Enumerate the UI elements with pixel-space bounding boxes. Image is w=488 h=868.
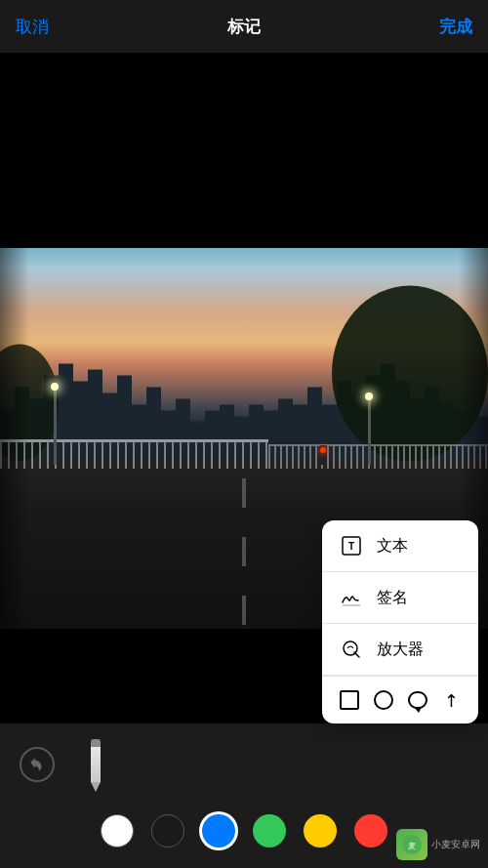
street-light-left — [54, 387, 57, 465]
cancel-button[interactable]: 取消 — [16, 16, 49, 38]
watermark-logo: 麦 — [396, 829, 427, 860]
signature-icon — [338, 584, 365, 611]
popup-magnifier-item[interactable]: 放大器 — [322, 624, 478, 676]
color-green[interactable] — [253, 814, 286, 847]
color-red[interactable] — [354, 814, 387, 847]
fence-right — [268, 444, 488, 469]
black-top-area — [0, 53, 488, 248]
magnifier-icon — [338, 636, 365, 663]
popup-text-item[interactable]: T 文本 — [322, 520, 478, 572]
circle-shape-button[interactable] — [370, 686, 397, 714]
bubble-shape-icon — [408, 691, 427, 709]
tool-row — [0, 723, 488, 802]
magnifier-label: 放大器 — [377, 640, 424, 660]
street-light-right — [368, 396, 371, 465]
signature-label: 签名 — [377, 588, 408, 608]
top-bar: 取消 标记 完成 — [0, 0, 488, 53]
popup-signature-item[interactable]: 签名 — [322, 572, 478, 624]
fence-left — [0, 439, 268, 469]
text-icon: T — [338, 532, 365, 559]
watermark: 麦 小麦安卓网 — [396, 829, 480, 860]
shape-row: ↗ — [322, 676, 478, 723]
svg-text:麦: 麦 — [408, 842, 416, 850]
pen-tool-white[interactable] — [78, 737, 113, 792]
undo-button[interactable] — [20, 747, 55, 782]
color-white[interactable] — [101, 814, 134, 847]
text-label: 文本 — [377, 536, 408, 557]
square-shape-icon — [340, 690, 359, 710]
arrow-shape-icon: ↗ — [438, 687, 464, 713]
color-black[interactable] — [151, 814, 184, 847]
traffic-light — [319, 445, 327, 465]
color-blue[interactable] — [202, 814, 235, 847]
page-title: 标记 — [227, 16, 261, 38]
traffic-light-red — [320, 447, 326, 453]
square-shape-button[interactable] — [336, 686, 363, 714]
color-yellow[interactable] — [304, 814, 337, 847]
done-button[interactable]: 完成 — [439, 16, 472, 38]
watermark-text: 小麦安卓网 — [431, 838, 480, 851]
svg-text:T: T — [348, 541, 354, 552]
popup-menu: T 文本 签名 放大器 — [322, 520, 478, 723]
dark-overlay-left — [0, 248, 29, 629]
circle-shape-icon — [374, 690, 393, 710]
arrow-shape-button[interactable]: ↗ — [438, 686, 466, 714]
bubble-shape-button[interactable] — [404, 686, 431, 714]
